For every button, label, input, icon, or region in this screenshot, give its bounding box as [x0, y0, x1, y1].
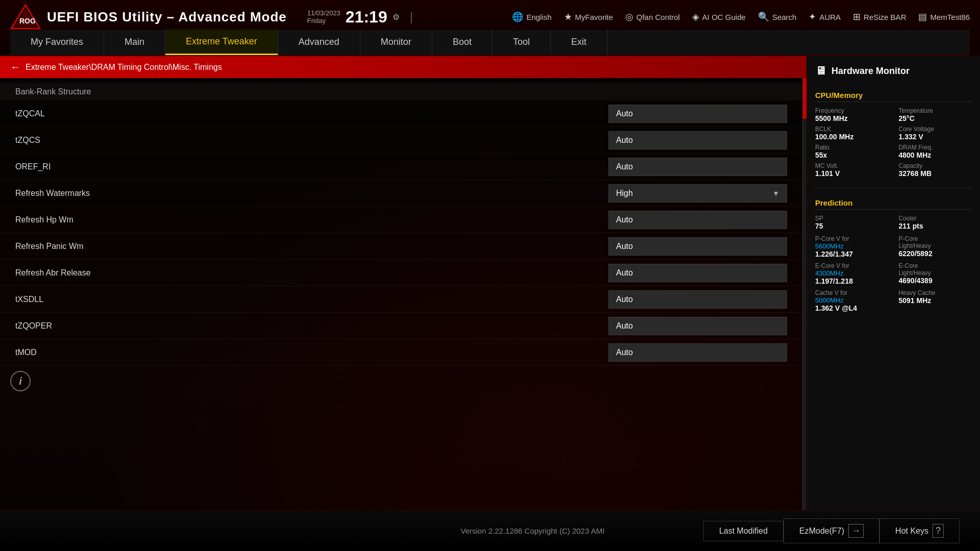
setting-label-OREF_RI: OREF_RI	[15, 162, 608, 171]
toolbar-myfavorite[interactable]: ★ MyFavorite	[564, 11, 613, 22]
toolbar-aura[interactable]: ✦ AURA	[808, 11, 841, 22]
cache-v-label: Cache V for	[815, 289, 889, 296]
value-box-tXSDLL[interactable]: Auto	[608, 290, 787, 309]
monitor-divider-1	[815, 188, 972, 188]
nav-extreme-tweaker[interactable]: Extreme Tweaker	[165, 30, 278, 55]
dropdown-refresh-watermarks[interactable]: High ▼	[608, 184, 787, 203]
bclk-value: 100.00 MHz	[815, 133, 889, 141]
heavy-cache-label: Heavy Cache	[899, 289, 972, 296]
nav-advanced[interactable]: Advanced	[278, 30, 360, 55]
toolbar-memtest-label: MemTest86	[930, 13, 970, 21]
setting-value-refresh-panic-wm: Auto	[608, 237, 787, 256]
capacity-value: 32768 MB	[899, 169, 972, 178]
value-box-OREF_RI[interactable]: Auto	[608, 158, 787, 176]
toolbar-qfan[interactable]: ◎ Qfan Control	[625, 11, 680, 22]
temperature-value: 25°C	[899, 114, 972, 122]
value-box-refresh-panic-wm[interactable]: Auto	[608, 237, 787, 256]
toolbar-aura-label: AURA	[819, 13, 841, 21]
heavy-cache-item: Heavy Cache 5091 MHz	[899, 289, 972, 312]
capacity-label: Capacity	[899, 162, 972, 169]
toolbar-search[interactable]: 🔍 Search	[758, 11, 797, 22]
sp-value: 75	[815, 222, 889, 230]
value-box-refresh-abr-release[interactable]: Auto	[608, 264, 787, 282]
toolbar-english[interactable]: 🌐 English	[512, 11, 551, 22]
setting-OREF_RI[interactable]: OREF_RI Auto	[0, 154, 802, 180]
setting-tMOD[interactable]: tMOD Auto	[0, 339, 802, 366]
frequency-item: Frequency 5500 MHz	[815, 107, 889, 122]
setting-refresh-panic-wm[interactable]: Refresh Panic Wm Auto	[0, 233, 802, 260]
toolbar-resizebar[interactable]: ⊞ ReSize BAR	[853, 11, 906, 22]
bclk-item: BCLK 100.00 MHz	[815, 126, 889, 141]
toolbar-search-label: Search	[772, 13, 797, 21]
setting-refresh-watermarks[interactable]: Refresh Watermarks High ▼	[0, 180, 802, 207]
nav-exit[interactable]: Exit	[551, 30, 607, 55]
nav-boot[interactable]: Boot	[432, 30, 493, 55]
logo-area: ROG UEFI BIOS Utility – Advanced Mode	[10, 4, 287, 30]
mc-volt-item: MC Volt. 1.101 V	[815, 162, 889, 178]
monitor-icon: 🖥	[815, 64, 826, 78]
ezmode-icon: →	[848, 524, 864, 538]
back-button[interactable]: ←	[10, 61, 20, 73]
cpu-memory-section-title: CPU/Memory	[815, 91, 972, 102]
toolbar-aioc[interactable]: ◈ AI OC Guide	[692, 11, 746, 22]
dram-freq-label: DRAM Freq.	[899, 144, 972, 151]
ezmode-button[interactable]: EzMode(F7) →	[783, 518, 879, 543]
setting-refresh-hp-wm[interactable]: Refresh Hp Wm Auto	[0, 207, 802, 233]
settings-gear-icon[interactable]: ⚙	[393, 12, 400, 22]
date-display: 11/03/2023 Friday	[307, 9, 340, 24]
setting-tZQCS[interactable]: tZQCS Auto	[0, 127, 802, 154]
nav-bar: My Favorites Main Extreme Tweaker Advanc…	[10, 30, 970, 56]
setting-label-tXSDLL: tXSDLL	[15, 295, 608, 304]
value-box-refresh-hp-wm[interactable]: Auto	[608, 211, 787, 229]
top-bar: ROG UEFI BIOS Utility – Advanced Mode 11…	[10, 0, 970, 30]
setting-label-refresh-abr-release: Refresh Abr Release	[15, 268, 608, 278]
hotkeys-button[interactable]: Hot Keys ?	[879, 518, 960, 543]
setting-value-tZQOPER: Auto	[608, 317, 787, 335]
mc-volt-label: MC Volt.	[815, 162, 889, 169]
scroll-indicator[interactable]	[802, 78, 806, 510]
setting-value-refresh-abr-release: Auto	[608, 264, 787, 282]
ratio-value: 55x	[815, 151, 889, 159]
dram-freq-item: DRAM Freq. 4800 MHz	[899, 144, 972, 159]
last-modified-label: Last Modified	[719, 527, 768, 536]
svg-text:ROG: ROG	[19, 17, 36, 25]
rog-logo-icon: ROG	[10, 4, 41, 30]
monitor-title: Hardware Monitor	[831, 66, 910, 77]
setting-tXSDLL[interactable]: tXSDLL Auto	[0, 286, 802, 313]
hotkeys-label: Hot Keys	[895, 527, 928, 536]
ecore-grid: E-Core V for 4300MHz 1.197/1.218 E-Core …	[815, 262, 972, 285]
cooler-label: Cooler	[899, 215, 972, 222]
value-box-tMOD[interactable]: Auto	[608, 343, 787, 362]
value-box-tZQCS[interactable]: Auto	[608, 131, 787, 149]
pcore-v-label: P-Core V for	[815, 235, 889, 242]
main-layout: ← Extreme Tweaker\DRAM Timing Control\Mi…	[0, 56, 980, 510]
nav-tool[interactable]: Tool	[493, 30, 551, 55]
mc-volt-value: 1.101 V	[815, 169, 889, 178]
pcore-lh-label: P-Core	[899, 235, 972, 242]
pcore-grid: P-Core V for 5600MHz 1.226/1.347 P-Core …	[815, 235, 972, 258]
setting-tZQOPER[interactable]: tZQOPER Auto	[0, 313, 802, 339]
cache-v-item: Cache V for 5000MHz 1.362 V @L4	[815, 289, 889, 312]
toolbar-memtest[interactable]: ▤ MemTest86	[918, 11, 970, 22]
setting-tZQCAL[interactable]: tZQCAL Auto	[0, 101, 802, 127]
last-modified-button[interactable]: Last Modified	[703, 521, 783, 541]
toolbar-english-label: English	[526, 13, 551, 21]
setting-value-tMOD: Auto	[608, 343, 787, 362]
info-button[interactable]: i	[10, 371, 31, 391]
star-icon: ★	[564, 11, 572, 22]
ecore-v-item: E-Core V for 4300MHz 1.197/1.218	[815, 262, 889, 285]
setting-refresh-abr-release[interactable]: Refresh Abr Release Auto	[0, 260, 802, 286]
prediction-section-title: Prediction	[815, 198, 972, 210]
memtest-icon: ▤	[918, 11, 927, 22]
hotkeys-question-icon: ?	[933, 524, 944, 538]
pcore-lh-sublabel: Light/Heavy	[899, 242, 972, 249]
value-box-tZQOPER[interactable]: Auto	[608, 317, 787, 335]
nav-monitor[interactable]: Monitor	[360, 30, 432, 55]
value-box-tZQCAL[interactable]: Auto	[608, 105, 787, 123]
prediction-grid: SP 75 Cooler 211 pts	[815, 215, 972, 230]
ecore-lh-sublabel: Light/Heavy	[899, 269, 972, 277]
nav-main[interactable]: Main	[104, 30, 165, 55]
heavy-cache-value: 5091 MHz	[899, 296, 972, 305]
nav-myfavorites[interactable]: My Favorites	[10, 30, 104, 55]
core-voltage-item: Core Voltage 1.332 V	[899, 126, 972, 141]
